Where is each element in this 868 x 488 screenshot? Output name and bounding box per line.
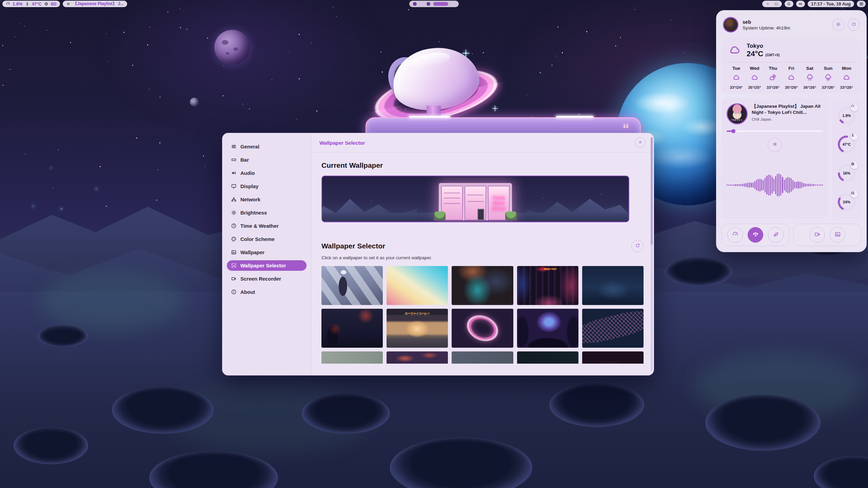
balanced-profile-button[interactable] (748, 227, 763, 243)
weather-city: Tokyo (747, 43, 780, 49)
close-button[interactable] (635, 137, 646, 148)
media-widget[interactable]: 【Japanese Playlist】 J... (63, 1, 127, 7)
screenshot-button[interactable] (830, 227, 845, 243)
sidebar-item-label: About (240, 289, 255, 295)
waveform-bar (794, 182, 795, 188)
workspace-dot-4-active[interactable] (433, 2, 448, 6)
chip-icon (44, 2, 48, 6)
waveform-bar (791, 178, 792, 192)
sidebar-item-network[interactable]: Network (227, 194, 307, 205)
sidebar-item-label: Time & Weather (240, 223, 279, 229)
videocam-icon (231, 276, 237, 282)
wallpaper-thumbnail[interactable]: Game Over (517, 266, 578, 305)
sidebar-item-brightness[interactable]: Brightness (227, 207, 307, 218)
performance-profile-button[interactable] (727, 227, 743, 243)
volume-button[interactable] (796, 1, 805, 7)
waveform-bar (820, 184, 821, 186)
wallpaper-thumbnail[interactable] (452, 309, 513, 348)
star (671, 20, 671, 21)
star (117, 97, 118, 97)
settings-button[interactable] (832, 19, 844, 31)
refresh-button[interactable] (631, 240, 644, 252)
waveform-bar (753, 182, 754, 188)
waveform-bar (763, 180, 764, 190)
workspace-dot-5[interactable] (451, 2, 455, 6)
sidebar-item-time-weather[interactable]: Time & Weather (227, 221, 307, 231)
selector-subtitle: Click on a wallpaper to set it as your c… (321, 255, 644, 260)
sidebar-item-color-scheme[interactable]: Color Scheme (227, 234, 307, 244)
wallpaper-thumbnail[interactable] (387, 351, 448, 364)
page-title: Wallpaper Selector (319, 140, 365, 146)
audio-waveform (727, 155, 823, 216)
sidebar-item-bar[interactable]: Bar (227, 155, 307, 165)
scrollbar[interactable] (651, 137, 653, 371)
star (381, 52, 382, 53)
wallpaper-thumbnail[interactable] (582, 266, 644, 305)
forecast-day: Sat 36°/26° (801, 66, 819, 89)
power-button[interactable] (848, 19, 860, 31)
star (112, 149, 112, 149)
thumbnail-sign-text: ローファイコーヒー (387, 312, 448, 316)
sidebar-item-label: General (240, 144, 259, 149)
rain-icon (806, 73, 814, 83)
star (157, 169, 158, 170)
media-artist: Chill Japan. (752, 117, 823, 121)
wallpaper-thumbnail[interactable] (582, 309, 644, 348)
workspace-dot-1[interactable] (413, 2, 417, 6)
tray-app-icon-1[interactable] (766, 2, 770, 6)
power-saver-profile-button[interactable] (768, 227, 784, 243)
media-player-widget: TOKYO L 【Japanese Playlist】 Japan All Ni… (722, 98, 828, 219)
sidebar-item-general[interactable]: General (227, 141, 307, 152)
wallpaper-thumbnail[interactable] (517, 351, 578, 364)
sidebar-item-screen-recorder[interactable]: Screen Recorder (227, 273, 307, 284)
star (382, 72, 383, 73)
wallpaper-thumbnail[interactable] (452, 266, 513, 305)
wallpaper-thumbnail[interactable] (387, 266, 448, 305)
sidebar-item-about[interactable]: About (227, 287, 307, 297)
waveform-bar (782, 177, 783, 194)
system-stats-widget[interactable]: 1.8% 47°C 8G (2, 1, 60, 7)
overview-button[interactable] (857, 1, 866, 7)
workspace-dot-3[interactable] (427, 2, 430, 6)
star (552, 65, 553, 66)
sidebar-item-label: Brightness (240, 210, 267, 216)
scrollbar-thumb[interactable] (651, 137, 653, 245)
sidebar-item-label: Screen Recorder (240, 276, 281, 282)
disk-icon (851, 191, 858, 198)
waveform-bar (801, 182, 802, 188)
pause-icon (772, 141, 778, 148)
ram-usage-gauge: 16% (837, 163, 856, 183)
star (180, 9, 180, 9)
divider (727, 62, 856, 62)
moon-crater (665, 258, 732, 286)
slider-knob[interactable] (731, 129, 735, 133)
tray-app-icon-2[interactable] (774, 2, 778, 6)
workspace-dot-2[interactable] (420, 2, 423, 6)
wallpaper-thumbnail[interactable] (582, 351, 644, 364)
media-progress-slider[interactable] (727, 129, 823, 133)
workspace-indicator (409, 1, 459, 7)
screen-record-button[interactable] (809, 227, 825, 243)
sidebar-item-wallpaper-selector[interactable]: Wallpaper Selector (227, 260, 307, 271)
wallpaper-thumbnail[interactable] (517, 309, 578, 348)
wallpaper-thumbnail[interactable] (321, 351, 383, 364)
star (53, 188, 53, 188)
wallpaper-thumbnail[interactable]: ローファイコーヒー (387, 309, 448, 348)
wallpaper-thumbnail[interactable] (452, 351, 513, 364)
sidebar-item-audio[interactable]: Audio (227, 168, 307, 178)
notifications-button[interactable] (785, 1, 793, 7)
forecast-day: Fri 35°/26° (782, 66, 801, 89)
star (517, 80, 518, 80)
star (615, 45, 616, 46)
waveform-bar (765, 178, 766, 193)
sidebar-item-label: Wallpaper (240, 249, 264, 255)
neon-dash (556, 116, 593, 118)
sidebar-item-display[interactable]: Display (227, 181, 307, 191)
sidebar-item-wallpaper[interactable]: Wallpaper (227, 247, 307, 258)
wallpaper-thumbnail[interactable] (321, 309, 383, 348)
star (316, 110, 317, 111)
star (70, 42, 71, 43)
pause-button[interactable] (768, 138, 782, 152)
wallpaper-thumbnail[interactable] (321, 266, 383, 305)
clock-widget[interactable]: 17:17 - Tue, 19 Aug (808, 1, 854, 7)
